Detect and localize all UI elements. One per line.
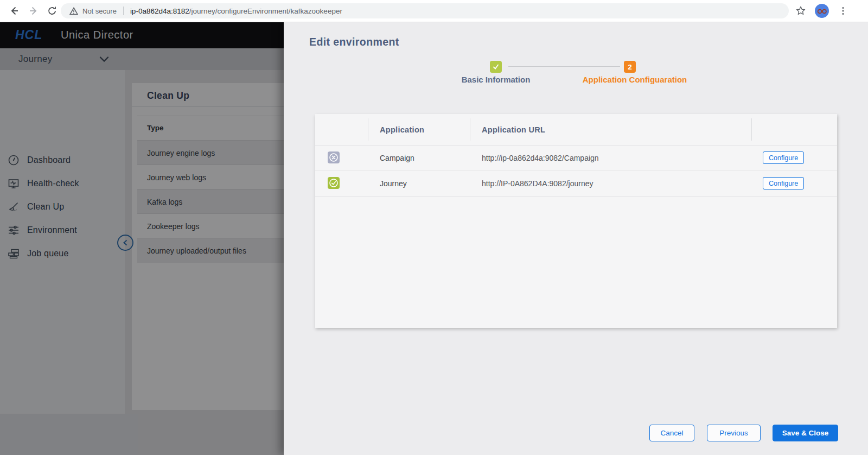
column-divider	[368, 118, 368, 141]
table-header-row: Application Application URL	[315, 114, 837, 146]
not-secure-warning-icon	[69, 7, 78, 15]
application-url: http://ip-0a862d4a:9082/Campaign	[482, 145, 599, 170]
column-divider	[751, 118, 752, 141]
table-row: Campaign http://ip-0a862d4a:9082/Campaig…	[315, 145, 837, 171]
forward-arrow-icon	[28, 5, 39, 16]
address-bar[interactable]: Not secure ip-0a862d4a:8182 /journey/con…	[61, 3, 789, 18]
refresh-button[interactable]	[46, 4, 59, 17]
step-label-application-configuration: Application Configuaration	[564, 75, 705, 84]
stepper-connector	[508, 66, 620, 67]
step-label-basic-information: Basic Information	[442, 75, 550, 84]
status-not-configured-icon	[328, 151, 340, 163]
back-button[interactable]	[8, 4, 21, 17]
step-basic-information-indicator	[490, 61, 502, 73]
forward-button[interactable]	[27, 4, 40, 17]
cancel-button[interactable]: Cancel	[649, 425, 694, 441]
column-header-application-url: Application URL	[482, 114, 545, 145]
star-icon	[795, 5, 806, 16]
step-check-icon	[492, 63, 500, 71]
avatar-glasses-icon	[815, 4, 829, 18]
status-configured-icon	[328, 177, 340, 189]
url-separator	[123, 7, 124, 15]
three-dot-menu-icon	[838, 6, 848, 16]
browser-menu-button[interactable]	[837, 4, 850, 17]
edit-environment-panel: Edit environment 2 Basic Information App…	[284, 22, 868, 455]
configure-button[interactable]: Configure	[763, 151, 804, 164]
application-name: Journey	[380, 170, 407, 196]
configure-button[interactable]: Configure	[763, 177, 804, 189]
browser-profile-avatar[interactable]	[815, 4, 829, 18]
back-arrow-icon	[9, 5, 20, 16]
step-number: 2	[628, 63, 632, 71]
browser-chrome: Not secure ip-0a862d4a:8182 /journey/con…	[0, 0, 868, 22]
refresh-icon	[47, 6, 57, 16]
table-row: Journey http://IP-0A862D4A:9082/journey …	[315, 170, 837, 197]
panel-title: Edit environment	[309, 36, 399, 48]
save-and-close-button[interactable]: Save & Close	[773, 425, 838, 441]
application-name: Campaign	[380, 145, 414, 170]
application-url: http://IP-0A862D4A:9082/journey	[482, 170, 593, 196]
modal-backdrop[interactable]	[0, 22, 284, 455]
step-application-configuration-indicator: 2	[624, 61, 636, 73]
not-secure-label: Not secure	[82, 7, 117, 15]
previous-button[interactable]: Previous	[707, 425, 761, 441]
column-header-application: Application	[380, 114, 424, 145]
column-divider	[470, 118, 470, 141]
applications-table: Application Application URL Campaign htt…	[315, 114, 837, 328]
screen: Not secure ip-0a862d4a:8182 /journey/con…	[0, 0, 868, 455]
url-host: ip-0a862d4a:8182	[130, 7, 189, 15]
url-path: /journey/configureEnvironment/kafkazooke…	[189, 7, 342, 15]
bookmark-star-button[interactable]	[794, 4, 807, 17]
